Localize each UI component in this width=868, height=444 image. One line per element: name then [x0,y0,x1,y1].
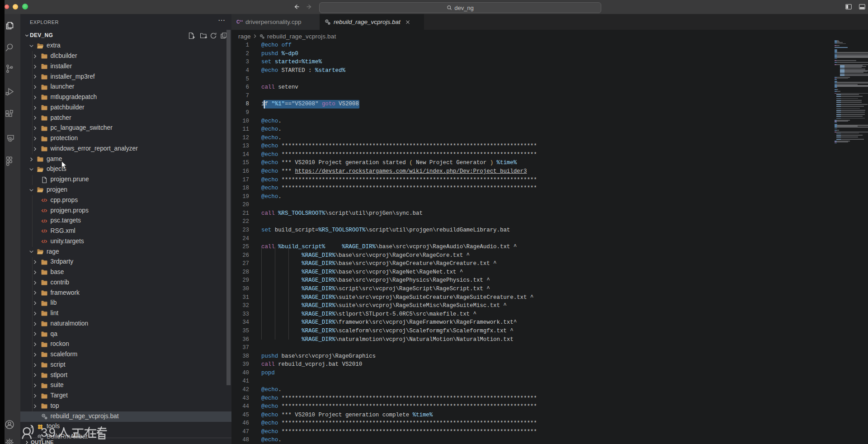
svg-text:39: 39 [41,425,57,439]
